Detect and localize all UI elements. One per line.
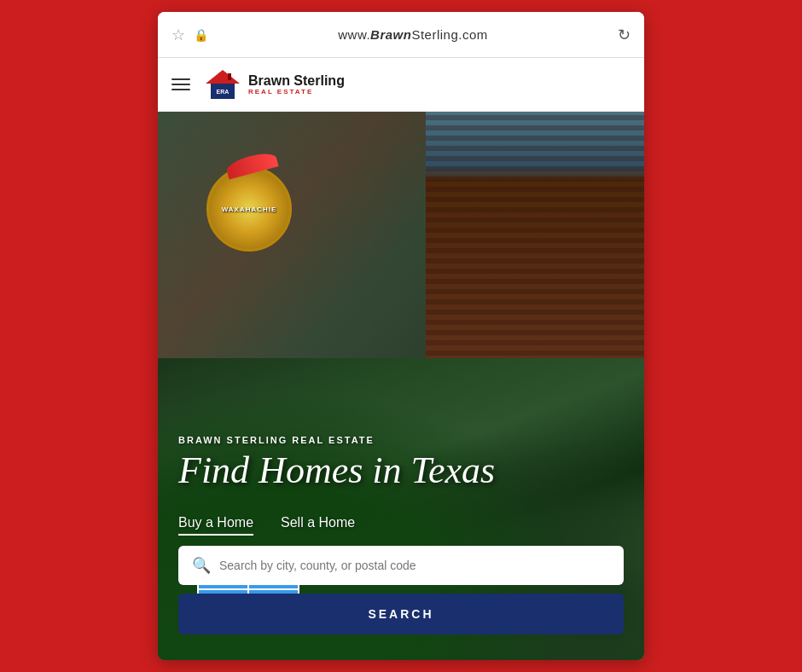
- svg-rect-4: [228, 73, 231, 80]
- hero-tabs: Buy a Home Sell a Home: [178, 515, 624, 536]
- search-bar-wrapper: 🔍: [178, 546, 624, 585]
- url-prefix: www.: [338, 27, 370, 42]
- hamburger-menu[interactable]: [171, 78, 190, 90]
- hero-subtitle: BRAWN STERLING REAL ESTATE: [178, 435, 624, 445]
- logo-brand-name: Brawn Sterling: [248, 73, 345, 89]
- logo-area[interactable]: ERA Brawn Sterling REAL ESTATE: [204, 68, 345, 101]
- search-input[interactable]: [219, 559, 610, 572]
- url-bold: Brawn: [370, 27, 411, 42]
- tab-buy-home[interactable]: Buy a Home: [178, 515, 253, 536]
- logo-sub-text: REAL ESTATE: [248, 88, 345, 96]
- hero-title: Find Homes in Texas: [178, 450, 624, 491]
- logo-text: Brawn Sterling REAL ESTATE: [248, 73, 345, 96]
- era-logo-icon: ERA: [204, 68, 241, 101]
- hero-content: BRAWN STERLING REAL ESTATE Find Homes in…: [158, 112, 644, 660]
- nav-bar: ERA Brawn Sterling REAL ESTATE: [158, 58, 644, 112]
- browser-bar-left: ☆ 🔒: [171, 26, 208, 44]
- search-icon: 🔍: [192, 556, 211, 575]
- lock-icon: 🔒: [194, 28, 208, 42]
- svg-text:ERA: ERA: [217, 89, 230, 95]
- url-suffix: Sterling.com: [411, 27, 487, 42]
- tab-sell-home[interactable]: Sell a Home: [281, 515, 355, 536]
- search-button[interactable]: SEARCH: [178, 594, 624, 634]
- url-bar[interactable]: www.BrawnSterling.com: [208, 27, 618, 42]
- phone-frame: ☆ 🔒 www.BrawnSterling.com ↻ ERA: [158, 12, 644, 660]
- star-icon[interactable]: ☆: [171, 26, 185, 44]
- refresh-icon[interactable]: ↻: [618, 26, 631, 44]
- browser-bar: ☆ 🔒 www.BrawnSterling.com ↻: [158, 12, 644, 58]
- hero-section: WAXAHACHIE BRAWN STERLING REAL ESTATE Fi…: [158, 112, 644, 660]
